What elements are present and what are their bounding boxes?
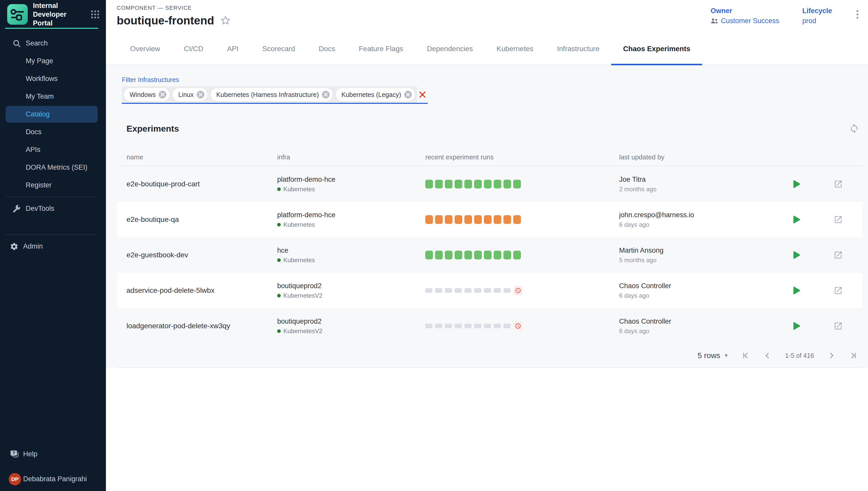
tab-kubernetes[interactable]: Kubernetes — [485, 33, 545, 65]
recent-runs — [425, 180, 619, 189]
user-menu[interactable]: DP Debabrata Panigrahi — [0, 470, 106, 488]
last-updated-cell: Chaos Controller6 days ago — [619, 282, 789, 299]
row-actions — [789, 179, 862, 189]
lifecycle-block: Lifecycle prod — [802, 7, 832, 25]
run-bar-warning — [464, 215, 472, 224]
run-bar-warning — [513, 215, 521, 224]
chip-remove-icon[interactable] — [158, 91, 166, 98]
run-bar-success — [445, 251, 453, 259]
sidebar-item-my-page[interactable]: My Page — [0, 52, 106, 70]
apps-grid-icon[interactable] — [90, 10, 100, 19]
updated-at: 6 days ago — [619, 221, 789, 228]
app-title: Internal Developer Portal — [33, 1, 80, 28]
favorite-star-icon[interactable] — [220, 16, 231, 26]
sidebar-menu: SearchMy PageWorkflowsMy TeamCatalogDocs… — [0, 29, 106, 194]
tab-chaos-experiments[interactable]: Chaos Experiments — [611, 33, 702, 65]
run-experiment-play-icon[interactable] — [793, 322, 801, 330]
chip-remove-icon[interactable] — [322, 91, 329, 98]
infra-name: boutiqueprod2 — [277, 317, 425, 325]
owner-label: Owner — [711, 7, 779, 15]
tab-ci-cd[interactable]: CI/CD — [172, 33, 215, 65]
tab-overview[interactable]: Overview — [118, 33, 172, 65]
sidebar-item-register[interactable]: Register — [0, 176, 106, 194]
run-bar-success — [494, 180, 501, 189]
run-bar-success — [435, 251, 443, 259]
infra-name: hce — [277, 246, 425, 255]
open-experiment-launch-icon[interactable] — [834, 250, 843, 260]
infrastructure-filter: Filter Infrastructures WindowsLinuxKuber… — [122, 76, 868, 104]
run-bar-pending — [464, 324, 471, 328]
filter-chip-kubernetes-legacy: Kubernetes (Legacy) — [336, 88, 415, 101]
next-page-button[interactable] — [828, 351, 836, 359]
tab-infrastructure[interactable]: Infrastructure — [545, 33, 611, 65]
filter-chip-linux: Linux — [173, 88, 207, 101]
gear-icon — [10, 242, 19, 251]
owner-link[interactable]: Customer Success — [711, 17, 779, 25]
clear-filter-icon[interactable] — [417, 86, 428, 103]
column-header-runs: recent experiment runs — [425, 153, 619, 161]
run-bar-success — [455, 180, 462, 189]
page-range-label: 1-5 of 416 — [785, 352, 814, 359]
experiment-name: loadgenerator-pod-delete-xw3qy — [117, 322, 277, 330]
updated-by: Chaos Controller — [619, 282, 789, 290]
chip-remove-icon[interactable] — [404, 91, 412, 98]
recent-runs — [425, 321, 619, 330]
prev-page-button[interactable] — [763, 351, 772, 359]
run-bar-pending — [503, 324, 511, 328]
last-updated-cell: Chaos Controller6 days ago — [619, 317, 789, 335]
filter-input[interactable]: WindowsLinuxKubernetes (Harness Infrastr… — [122, 86, 428, 104]
open-experiment-launch-icon[interactable] — [834, 215, 843, 224]
last-page-button[interactable] — [849, 351, 857, 359]
sidebar-item-search[interactable]: Search — [0, 34, 106, 52]
sidebar-item-admin[interactable]: Admin — [0, 237, 106, 255]
run-experiment-play-icon[interactable] — [793, 251, 801, 259]
sidebar-item-docs[interactable]: Docs — [0, 123, 106, 141]
search-icon — [12, 39, 21, 48]
run-bar-warning — [474, 215, 482, 224]
rows-per-page-select[interactable]: 5 rows ▼ — [698, 351, 728, 360]
tab-docs[interactable]: Docs — [307, 33, 347, 65]
more-options-kebab-icon[interactable] — [855, 9, 860, 20]
row-actions — [789, 215, 862, 224]
chip-remove-icon[interactable] — [197, 91, 204, 98]
filter-chip-box[interactable]: WindowsLinuxKubernetes (Harness Infrastr… — [122, 86, 417, 103]
column-header-updated: last updated by — [619, 153, 789, 161]
experiments-section: Experiments name infra recent experiment… — [117, 122, 862, 368]
help-button[interactable]: ? Help — [0, 445, 106, 463]
sidebar-item-my-team[interactable]: My Team — [0, 88, 106, 106]
run-bar-success — [464, 251, 472, 259]
sidebar-item-devtools[interactable]: DevTools — [0, 200, 106, 218]
open-experiment-launch-icon[interactable] — [834, 321, 843, 330]
tab-dependencies[interactable]: Dependencies — [415, 33, 485, 65]
sidebar-item-dora-metrics-sei[interactable]: DORA Metrics (SEI) — [0, 158, 106, 176]
open-experiment-launch-icon[interactable] — [834, 286, 843, 295]
sidebar-item-label: Catalog — [26, 110, 50, 118]
infra-type: Kubernetes — [283, 257, 315, 264]
refresh-icon[interactable] — [849, 123, 859, 134]
run-bar-warning — [425, 215, 433, 224]
tab-api[interactable]: API — [215, 33, 251, 65]
infra-name: boutiqueprod2 — [277, 282, 425, 290]
run-experiment-play-icon[interactable] — [793, 180, 801, 189]
infra-type: Kubernetes — [283, 221, 315, 228]
run-bar-warning — [494, 215, 501, 224]
last-updated-cell: Martin Ansong5 months ago — [619, 246, 789, 264]
sidebar-header: Internal Developer Portal — [0, 0, 106, 28]
tab-feature-flags[interactable]: Feature Flags — [347, 33, 415, 65]
sidebar-item-label: My Team — [26, 92, 54, 100]
row-actions — [789, 250, 862, 260]
updated-by: Chaos Controller — [619, 317, 789, 325]
run-experiment-play-icon[interactable] — [793, 286, 801, 295]
run-bar-pending — [435, 288, 442, 293]
run-bar-success — [464, 180, 472, 189]
sidebar-item-catalog[interactable]: Catalog — [6, 106, 98, 123]
open-experiment-launch-icon[interactable] — [834, 179, 843, 189]
sidebar-item-workflows[interactable]: Workflows — [0, 70, 106, 88]
updated-at: 5 months ago — [619, 257, 789, 264]
run-bar-pending — [474, 324, 481, 328]
run-experiment-play-icon[interactable] — [793, 215, 801, 224]
row-actions — [789, 286, 862, 295]
tab-scorecard[interactable]: Scorecard — [251, 33, 307, 65]
first-page-button[interactable] — [742, 351, 750, 359]
sidebar-item-apis[interactable]: APIs — [0, 141, 106, 158]
